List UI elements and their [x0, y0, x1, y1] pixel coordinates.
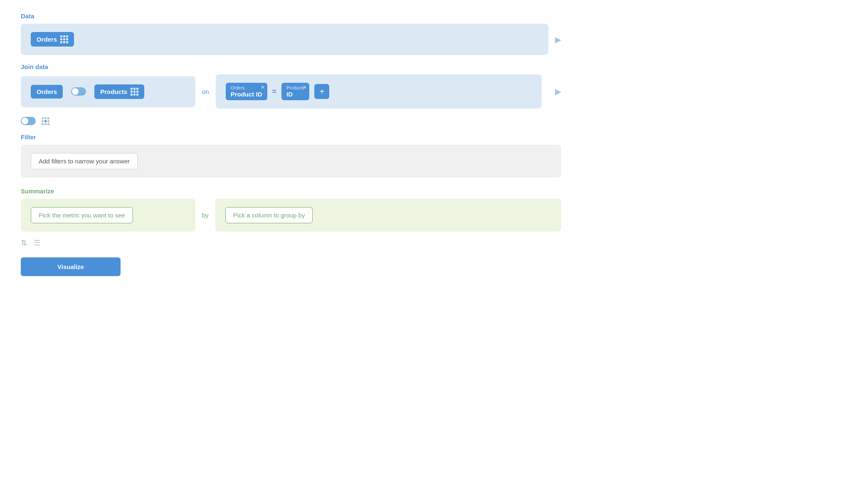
- join-chip2-sub: Products: [286, 85, 304, 90]
- products-id-chip[interactable]: Products ID ✕: [281, 83, 309, 100]
- join-products-label: Products: [100, 88, 127, 95]
- filter-section-label: Filter: [21, 133, 561, 141]
- join-arrow: ▶: [555, 86, 561, 96]
- equals-sign: =: [272, 87, 277, 96]
- add-filters-btn[interactable]: Add filters to narrow your answer: [31, 153, 138, 169]
- bottom-icon-row: ⇅ ☰: [21, 238, 561, 247]
- summarize-left-panel: Pick the metric you want to see: [21, 199, 195, 232]
- summarize-section-label: Summarize: [21, 188, 561, 195]
- data-section-label: Data: [21, 12, 561, 20]
- orders-chip-label: Orders: [37, 36, 57, 43]
- list-icon[interactable]: ☰: [34, 238, 40, 247]
- data-arrow: ▶: [555, 35, 561, 44]
- pick-metric-btn[interactable]: Pick the metric you want to see: [31, 207, 133, 223]
- pick-group-btn[interactable]: Pick a column to group by: [225, 207, 313, 223]
- join-chip1-main: Product ID: [231, 91, 262, 98]
- join-orders-chip[interactable]: Orders: [31, 85, 63, 99]
- join-toggle-icon[interactable]: [71, 87, 86, 96]
- join-chip2-main: ID: [286, 91, 293, 98]
- remove-join-chip2-btn[interactable]: ✕: [303, 84, 307, 90]
- join-products-chip[interactable]: Products: [94, 84, 144, 99]
- visualize-btn[interactable]: Visualize: [21, 257, 121, 276]
- join-right-panel: Orders Product ID ✕ = Products ID ✕ +: [216, 74, 542, 109]
- sort-icon[interactable]: ⇅: [21, 238, 27, 247]
- add-join-condition-btn[interactable]: +: [314, 84, 329, 99]
- join-data-section-label: Join data: [21, 63, 561, 70]
- on-label: on: [202, 88, 209, 95]
- add-table-icon[interactable]: [42, 117, 49, 125]
- grid-icon: [60, 35, 68, 43]
- orders-product-id-chip[interactable]: Orders Product ID ✕: [226, 83, 267, 100]
- join-icon-row: [21, 117, 561, 125]
- join-orders-label: Orders: [37, 88, 57, 95]
- products-grid-icon: [131, 88, 138, 96]
- join-toggle-small[interactable]: [21, 117, 36, 125]
- summarize-right-panel: Pick a column to group by: [215, 199, 561, 232]
- orders-chip[interactable]: Orders: [31, 32, 74, 47]
- remove-join-chip1-btn[interactable]: ✕: [261, 84, 265, 90]
- join-left-panel: Orders Products: [21, 76, 195, 107]
- join-chip1-sub: Orders: [231, 85, 245, 90]
- by-label: by: [202, 212, 209, 219]
